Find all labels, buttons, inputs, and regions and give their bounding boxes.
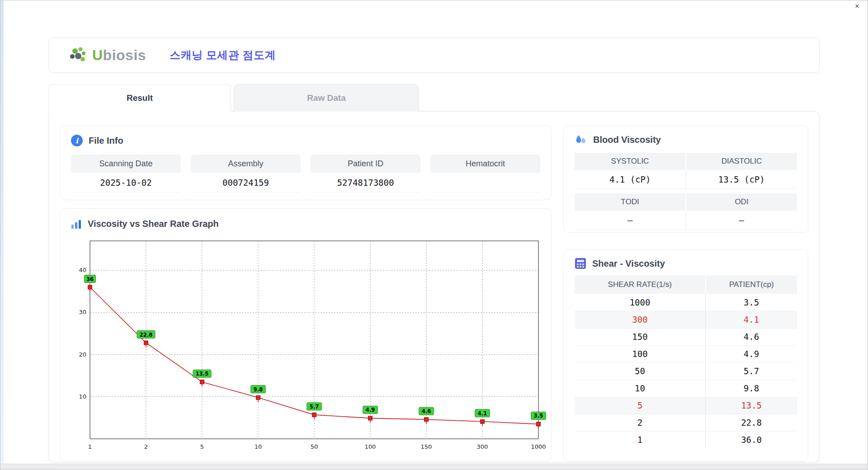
field-label: Hematocrit xyxy=(430,155,540,173)
tab-raw-data[interactable]: Raw Data xyxy=(234,84,419,112)
point-label-text: 9.8 xyxy=(254,386,263,393)
bv-value-cell: 13.5 (cP) xyxy=(686,170,797,189)
x-axis-tick-label: 1 xyxy=(88,443,92,450)
field-value: 000724159 xyxy=(191,173,301,193)
patient-viscosity-cell: 9.8 xyxy=(706,380,797,397)
x-axis-tick-label: 10 xyxy=(255,443,262,450)
shear-rate-column-header: SHEAR RATE(1/s) xyxy=(575,276,706,294)
shear-viscosity-table: SHEAR RATE(1/s)PATIENT(cp) 10003.53004.1… xyxy=(575,276,797,448)
file-info-fields: Scanning Date2025-10-02Assembly000724159… xyxy=(71,155,540,193)
file-info-title-row: i File Info xyxy=(71,135,540,146)
table-grid-icon xyxy=(575,258,586,269)
field-label: Assembly xyxy=(191,155,301,173)
x-axis-tick-label: 300 xyxy=(477,443,488,450)
data-point-marker xyxy=(368,416,373,420)
shear-rate-cell: 1000 xyxy=(575,294,706,311)
x-axis-tick-label: 1000 xyxy=(531,443,546,450)
table-row: 513.5 xyxy=(575,397,797,414)
logo-letter-u: U xyxy=(92,47,103,63)
file-info-title: File Info xyxy=(89,136,123,146)
patient-viscosity-cell: 4.9 xyxy=(706,345,797,362)
shear-viscosity-title: Shear - Viscosity xyxy=(592,258,665,269)
result-panel: i File Info Scanning Date2025-10-02Assem… xyxy=(48,111,820,462)
logo-text: Ubiosis xyxy=(92,47,146,64)
point-label-text: 13.5 xyxy=(196,371,208,377)
patient-viscosity-cell: 4.1 xyxy=(706,311,797,328)
tab-bar: Result Raw Data xyxy=(48,84,820,112)
field-label: Scanning Date xyxy=(71,155,181,173)
droplets-icon xyxy=(575,134,587,146)
shear-rate-cell: 5 xyxy=(575,397,706,414)
bv-value-cell: – xyxy=(575,211,686,230)
blood-viscosity-card: Blood Viscosity SYSTOLICDIASTOLIC4.1 (cP… xyxy=(563,125,808,233)
shear-rate-cell: 100 xyxy=(575,345,706,362)
window-titlebar: × xyxy=(0,0,868,12)
data-point-marker xyxy=(88,285,92,289)
file-info-field: Assembly000724159 xyxy=(191,155,301,193)
tab-result[interactable]: Result xyxy=(48,84,231,112)
shear-rate-cell: 1 xyxy=(575,431,706,448)
blood-viscosity-grid: SYSTOLICDIASTOLIC4.1 (cP)13.5 (cP)TODIOD… xyxy=(575,153,797,230)
file-info-field: Patient ID52748173800 xyxy=(311,155,420,193)
window-bottom-edge xyxy=(0,464,868,470)
info-icon: i xyxy=(71,135,83,146)
bv-value-row: –– xyxy=(575,211,797,230)
patient-viscosity-cell: 36.0 xyxy=(706,431,797,448)
shear-rate-cell: 2 xyxy=(575,414,706,431)
table-row: 3004.1 xyxy=(575,311,797,328)
window-close-button[interactable]: × xyxy=(852,2,862,11)
x-axis-tick-label: 5 xyxy=(200,443,204,450)
patient-viscosity-cell: 22.8 xyxy=(706,414,797,431)
patient-column-header: PATIENT(cp) xyxy=(706,276,797,294)
bv-header-cell: SYSTOLIC xyxy=(575,153,686,170)
field-value: 52748173800 xyxy=(311,173,420,193)
patient-viscosity-cell: 3.5 xyxy=(706,294,797,311)
x-axis-tick-label: 50 xyxy=(311,443,318,450)
viscosity-chart: 10203040125105010015030010003622.813.59.… xyxy=(71,238,541,454)
field-value: 2025-10-02 xyxy=(71,173,181,193)
ubiosis-logo-icon xyxy=(69,46,90,65)
table-row: 1504.6 xyxy=(575,328,797,345)
logo-rest: biosis xyxy=(103,47,146,63)
bv-header-cell: TODI xyxy=(575,193,686,211)
x-axis-tick-label: 2 xyxy=(144,443,148,450)
app-header: Ubiosis 스캐닝 모세관 점도계 xyxy=(48,38,820,73)
page-title: 스캐닝 모세관 점도계 xyxy=(170,48,276,62)
point-label-text: 36 xyxy=(86,276,94,282)
point-label-text: 3.5 xyxy=(534,413,543,419)
shear-rate-cell: 300 xyxy=(575,311,706,328)
shear-viscosity-body: 10003.53004.11504.61004.9505.7109.8513.5… xyxy=(575,294,797,448)
x-axis-tick-label: 100 xyxy=(365,443,376,450)
y-axis-tick-label: 40 xyxy=(79,267,86,273)
bar-chart-icon xyxy=(71,219,82,229)
file-info-field: Hematocrit xyxy=(430,155,540,193)
data-point-marker xyxy=(144,341,148,345)
data-point-marker xyxy=(481,419,485,423)
right-column: Blood Viscosity SYSTOLICDIASTOLIC4.1 (cP… xyxy=(563,125,808,453)
point-label-text: 22.8 xyxy=(140,332,152,338)
point-label-text: 4.6 xyxy=(422,408,431,414)
table-row: 1004.9 xyxy=(575,345,797,362)
blood-viscosity-title: Blood Viscosity xyxy=(593,135,661,145)
viscosity-graph-card: Viscosity vs Shear Rate Graph 1020304012… xyxy=(60,208,552,461)
bv-value-cell: – xyxy=(686,211,797,230)
field-value xyxy=(430,173,540,193)
patient-viscosity-cell: 13.5 xyxy=(706,397,797,414)
point-label-text: 5.7 xyxy=(310,404,319,410)
graph-title: Viscosity vs Shear Rate Graph xyxy=(88,219,219,229)
table-row: 222.8 xyxy=(575,414,797,431)
data-point-marker xyxy=(425,418,429,422)
x-axis-tick-label: 150 xyxy=(421,443,432,450)
graph-title-row: Viscosity vs Shear Rate Graph xyxy=(71,219,540,229)
window-left-edge xyxy=(0,0,4,470)
left-column: i File Info Scanning Date2025-10-02Assem… xyxy=(60,125,552,453)
data-point-marker xyxy=(312,413,316,417)
data-point-marker xyxy=(537,422,541,426)
bv-header-cell: DIASTOLIC xyxy=(686,153,797,170)
table-row: 136.0 xyxy=(575,431,797,448)
shear-viscosity-header-row: SHEAR RATE(1/s)PATIENT(cp) xyxy=(575,276,797,294)
blood-viscosity-title-row: Blood Viscosity xyxy=(575,134,797,146)
ubiosis-logo: Ubiosis xyxy=(69,46,146,65)
file-info-card: i File Info Scanning Date2025-10-02Assem… xyxy=(60,125,552,200)
bv-header-row: TODIODI xyxy=(575,193,797,211)
